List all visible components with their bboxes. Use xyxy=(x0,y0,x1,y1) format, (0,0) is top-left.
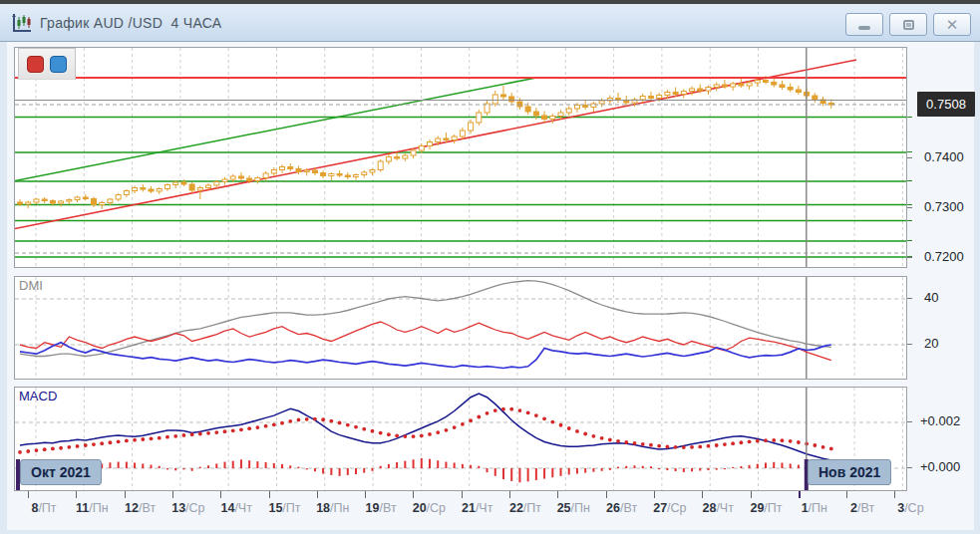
x-axis-label: 18/Пн xyxy=(307,501,359,515)
chart-client-area: DMI MACD Окт 2021 Нов 2021 0.7508 0.7400… xyxy=(7,42,974,530)
x-axis-label: 3/Ср xyxy=(884,501,936,515)
restore-icon xyxy=(903,20,914,30)
time-axis-tick xyxy=(365,491,366,498)
blue-marker-button[interactable] xyxy=(50,56,67,73)
candlestick-chart[interactable] xyxy=(15,48,906,267)
close-icon: ✕ xyxy=(946,17,959,32)
candlestick-chart-icon xyxy=(11,12,33,34)
price-axis-label: 0.7300 xyxy=(924,199,964,214)
axis-tick xyxy=(907,344,912,345)
time-axis-tick xyxy=(799,491,801,498)
macd-axis-label: +0.000 xyxy=(920,459,960,474)
x-axis-label: 25/Пн xyxy=(547,501,599,515)
x-axis-label: 29/Пт xyxy=(741,501,793,515)
x-axis-label: 1/Пн xyxy=(789,501,840,515)
dmi-chart[interactable] xyxy=(15,277,906,379)
x-axis-label: 15/Пт xyxy=(259,501,311,515)
axis-tick xyxy=(907,240,912,241)
axis-tick xyxy=(907,207,912,208)
price-axis-label: 0.7200 xyxy=(924,249,964,264)
axis-tick xyxy=(907,157,912,158)
x-axis-label: 26/Вт xyxy=(596,501,648,515)
time-axis-tick xyxy=(28,491,29,498)
month-badge-october: Окт 2021 xyxy=(20,459,102,485)
axis-tick xyxy=(907,298,912,299)
macd-axis-label: +0.002 xyxy=(920,413,960,428)
x-axis-label: 12/Вт xyxy=(115,501,166,515)
time-axis: 8/Пт11/Пн12/Вт13/Ср14/Чт15/Пт18/Пн19/Вт2… xyxy=(14,491,974,527)
x-axis-label: 21/Чт xyxy=(452,501,503,515)
macd-panel: MACD xyxy=(14,387,907,491)
dmi-panel: DMI xyxy=(14,276,907,380)
dmi-axis-label: 40 xyxy=(924,290,938,305)
close-button[interactable]: ✕ xyxy=(933,13,971,36)
price-axis: 0.7508 0.74000.73000.72004020+0.002+0.00… xyxy=(907,42,974,530)
x-axis-label: 13/Ср xyxy=(163,501,214,515)
axis-tick xyxy=(907,257,912,258)
window-title: График AUD /USD 4 ЧАСА xyxy=(40,15,221,31)
time-axis-tick xyxy=(220,491,221,498)
time-axis-tick xyxy=(654,491,655,498)
title-bar: График AUD /USD 4 ЧАСА ✕ xyxy=(0,4,980,42)
time-axis-tick xyxy=(269,491,270,498)
macd-chart[interactable] xyxy=(15,388,906,490)
current-price-badge: 0.7508 xyxy=(917,92,975,117)
axis-tick xyxy=(907,204,912,205)
time-axis-tick xyxy=(317,491,318,498)
x-axis-label: 20/Ср xyxy=(403,501,455,515)
minimize-icon xyxy=(858,26,870,30)
dmi-indicator-label: DMI xyxy=(19,278,43,293)
time-axis-tick xyxy=(751,491,752,498)
price-axis-label: 0.7400 xyxy=(924,149,964,164)
x-axis-label: 14/Чт xyxy=(210,501,262,515)
time-axis-tick xyxy=(557,491,558,498)
month-badge-november: Нов 2021 xyxy=(808,459,891,485)
axis-tick xyxy=(907,220,912,221)
chart-toolbar xyxy=(18,48,76,80)
axis-tick xyxy=(907,151,912,152)
red-marker-button[interactable] xyxy=(27,56,44,73)
dmi-axis-label: 20 xyxy=(924,336,938,351)
axis-tick xyxy=(907,421,912,422)
x-axis-label: 8/Пт xyxy=(18,501,70,515)
restore-button[interactable] xyxy=(889,13,927,36)
time-axis-tick xyxy=(462,491,463,498)
chart-window: График AUD /USD 4 ЧАСА ✕ DMI MACD Окт 20… xyxy=(0,0,980,534)
time-axis-tick xyxy=(702,491,703,498)
time-axis-tick xyxy=(125,491,126,498)
x-axis-label: 11/Пн xyxy=(66,501,118,515)
time-axis-tick xyxy=(413,491,414,498)
time-axis-tick xyxy=(172,491,173,498)
time-axis-tick xyxy=(606,491,607,498)
x-axis-label: 27/Ср xyxy=(644,501,696,515)
axis-tick xyxy=(907,256,912,257)
axis-tick xyxy=(907,467,912,468)
time-axis-tick xyxy=(894,491,895,498)
axis-tick xyxy=(907,117,912,118)
window-controls: ✕ xyxy=(845,13,971,36)
x-axis-label: 22/Пт xyxy=(499,501,551,515)
axis-tick xyxy=(907,180,912,181)
price-chart-panel xyxy=(14,47,907,268)
minimize-button[interactable] xyxy=(845,13,883,36)
x-axis-label: 19/Вт xyxy=(355,501,407,515)
time-axis-tick xyxy=(76,491,77,498)
macd-indicator-label: MACD xyxy=(19,389,57,403)
x-axis-label: 2/Вт xyxy=(836,501,888,515)
x-axis-label: 28/Чт xyxy=(692,501,744,515)
time-axis-tick xyxy=(509,491,510,498)
time-axis-tick xyxy=(846,491,847,498)
